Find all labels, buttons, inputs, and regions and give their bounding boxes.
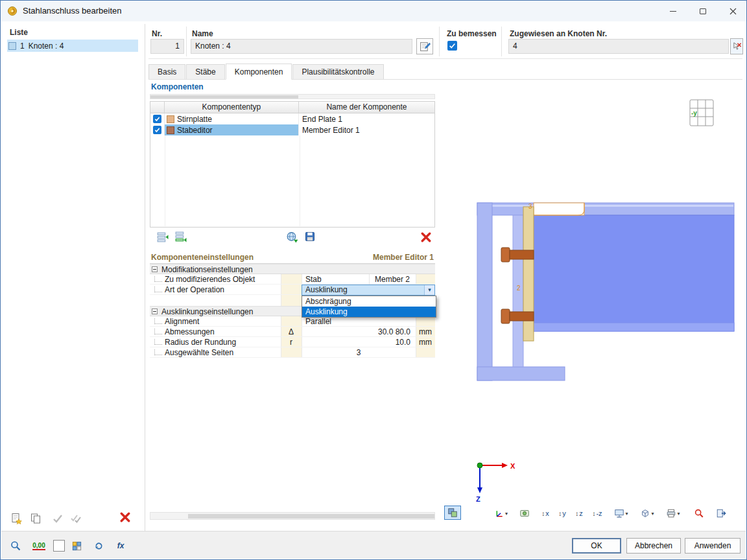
dropdown-option-ausklinkung[interactable]: Ausklinkung [302, 307, 436, 317]
header-separator [439, 27, 440, 56]
copy-connection-button[interactable] [28, 511, 43, 526]
close-button[interactable] [718, 1, 747, 21]
settings-section-title: Komponenteneinstellungen [151, 253, 254, 262]
view-axes-dropdown[interactable]: ▾ [490, 506, 512, 520]
check-icon [449, 42, 456, 49]
reset-zoom-button[interactable] [691, 506, 707, 520]
operation-combobox[interactable]: Ausklinkung ▾ [302, 285, 435, 296]
check-icon [154, 127, 160, 133]
refresh-icon [93, 541, 104, 552]
connection-3d-view[interactable]: 3 2 -y X Z [440, 82, 742, 503]
setting-row-object[interactable]: Zu modifizierendes Objekt Stab Member 2 [150, 274, 435, 285]
updown-arrow-icon: ↕ [575, 510, 578, 517]
tree-guide [154, 339, 162, 345]
table-hscrollbar-thumb[interactable] [150, 95, 298, 99]
cube-icon [640, 508, 650, 519]
tab-plausibilitaetskontrolle[interactable]: Plausibilitätskontrolle [292, 64, 383, 79]
table-row[interactable]: Stabeditor Member Editor 1 [150, 124, 434, 135]
row-checkbox[interactable] [153, 115, 161, 123]
save-view-button[interactable] [517, 506, 532, 520]
setting-row-sides[interactable]: Ausgewählte Seiten 3 [150, 347, 435, 358]
zoom-z-button[interactable]: ↕z [571, 506, 587, 520]
row-checkbox[interactable] [153, 126, 161, 134]
axis-origin-dot [477, 463, 482, 468]
units-icon [71, 541, 82, 552]
titlebar[interactable]: Stahlanschluss bearbeiten [1, 1, 746, 21]
formula-button[interactable]: fx [112, 537, 129, 554]
close-view-button[interactable] [713, 506, 729, 520]
apply-button[interactable]: Anwenden [685, 538, 741, 554]
append-component-button[interactable] [172, 229, 188, 244]
dimensions-value[interactable]: 30.0 80.0 [302, 327, 413, 337]
delete-x-icon [120, 512, 130, 522]
name-label: Name [192, 29, 213, 38]
group-modifikationseinstellungen[interactable]: Modifikationseinstellungen [150, 264, 435, 274]
delete-connection-button[interactable] [117, 510, 133, 524]
sides-value[interactable]: 3 [302, 347, 416, 358]
components-table: Komponententyp Name der Komponente Stirn… [150, 101, 435, 228]
units-settings-button[interactable] [68, 537, 85, 554]
zoom-x-button[interactable]: ↕x [538, 506, 553, 520]
settings-editor-name: Member Editor 1 [373, 253, 434, 262]
nr-label: Nr. [152, 29, 162, 38]
display-options-dropdown[interactable]: ▾ [610, 506, 632, 520]
chevron-down-icon[interactable]: ▾ [424, 285, 434, 295]
delete-component-button[interactable] [418, 229, 434, 245]
setting-row-dimensions[interactable]: Abmessungen Δ 30.0 80.0 mm [150, 327, 435, 337]
save-disk-icon [304, 231, 316, 242]
view-cube-dropdown[interactable]: ▾ [636, 506, 658, 520]
maximize-button[interactable] [688, 1, 718, 21]
alignment-value[interactable]: Parallel [302, 316, 331, 327]
minimize-button[interactable] [658, 1, 688, 21]
refresh-button[interactable] [90, 537, 107, 554]
zu-bemessen-checkbox[interactable] [447, 41, 457, 51]
collapse-toggle-icon[interactable] [152, 266, 158, 272]
radius-value[interactable]: 10.0 [302, 337, 413, 347]
pick-node-button[interactable] [730, 38, 743, 54]
tab-komponenten[interactable]: Komponenten [226, 64, 292, 80]
new-connection-button[interactable] [8, 511, 24, 526]
insert-component-button[interactable] [154, 229, 170, 244]
cancel-button[interactable]: Abbrechen [626, 538, 681, 554]
object-type-value[interactable]: Stab [302, 274, 322, 285]
background-color-button[interactable] [51, 537, 67, 554]
monitor-icon [614, 508, 624, 519]
edit-name-button[interactable] [416, 38, 433, 54]
panel-divider [145, 24, 145, 531]
render-mode-button[interactable] [444, 506, 461, 520]
member-label: 2 [517, 285, 521, 292]
save-to-library-button[interactable] [302, 229, 318, 244]
tab-staebe[interactable]: Stäbe [186, 64, 224, 79]
pane-hscrollbar[interactable] [150, 512, 435, 520]
ok-button[interactable]: OK [572, 538, 621, 554]
tab-basis[interactable]: Basis [148, 64, 185, 79]
dropdown-option-abschraegung[interactable]: Abschrägung [302, 296, 436, 307]
import-from-library-button[interactable] [284, 229, 300, 244]
member-editor-icon [167, 126, 174, 134]
name-field[interactable]: Knoten : 4 [191, 39, 412, 54]
chevron-down-icon: ▾ [677, 511, 680, 517]
uncheck-items-button[interactable] [68, 511, 84, 526]
zoom-minus-z-button[interactable]: ↕-z [588, 506, 606, 520]
delete-x-icon [421, 232, 431, 242]
zugewiesen-label: Zugewiesen an Knoten Nr. [510, 29, 607, 38]
header-divider [148, 58, 742, 59]
pane-hscrollbar-thumb[interactable] [188, 514, 434, 519]
table-hscrollbar[interactable] [150, 94, 435, 99]
tree-guide [154, 329, 162, 334]
zugewiesen-field[interactable]: 4 [508, 39, 729, 54]
collapse-toggle-icon[interactable] [152, 309, 158, 314]
table-row[interactable]: Stirnplatte End Plate 1 [150, 113, 434, 124]
list-item-connection[interactable]: 1 Knoten : 4 [7, 40, 138, 52]
table-header: Komponententyp Name der Komponente [150, 102, 434, 113]
updown-arrow-icon: ↕ [541, 510, 545, 517]
object-member-value[interactable]: Member 2 [369, 274, 410, 285]
setting-row-radius[interactable]: Radius der Rundung r 10.0 mm [150, 337, 435, 347]
col-komponententyp: Komponententyp [165, 102, 299, 113]
setting-row-alignment[interactable]: Alignment Parallel [150, 316, 435, 327]
decimal-places-button[interactable]: 0,00 [29, 537, 49, 554]
check-items-button[interactable] [50, 511, 65, 526]
zoom-y-button[interactable]: ↕y [554, 506, 570, 520]
print-dropdown[interactable]: ▾ [662, 506, 684, 520]
zoom-settings-button[interactable] [7, 537, 24, 554]
